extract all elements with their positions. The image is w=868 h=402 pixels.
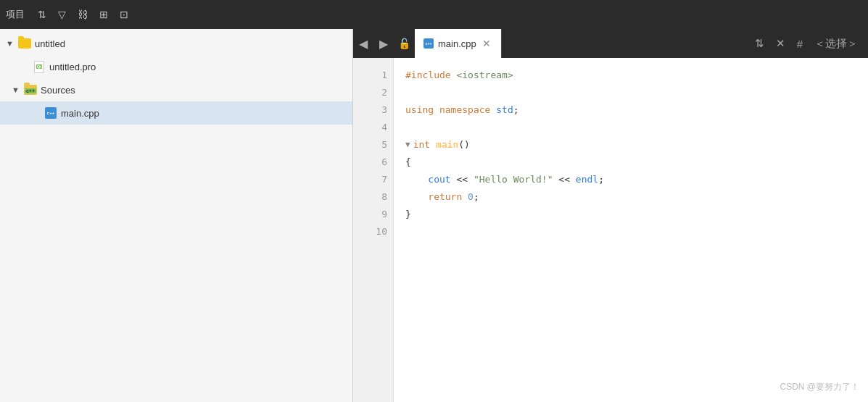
shift-op-2: << — [553, 171, 576, 188]
code-line-9: } — [405, 206, 856, 223]
close-brace: } — [405, 206, 411, 223]
sort-button[interactable]: ⇅ — [33, 7, 51, 22]
cpp-file-icon: c++ — [44, 106, 58, 120]
shift-op-1: << — [451, 171, 474, 188]
tab-actions: ⇅ ✕ # ＜选择＞ — [751, 35, 868, 52]
folder-qt-icon-sources: c++ — [23, 83, 38, 97]
code-line-3: using namespace std; — [405, 101, 856, 119]
cpp-tab-icon: c++ — [423, 38, 434, 49]
semicolon-3: ; — [513, 101, 519, 119]
fold-arrow-5[interactable]: ▼ — [405, 136, 410, 154]
using-keyword: using namespace — [405, 101, 496, 119]
code-line-5: ▼ int main() — [405, 136, 856, 154]
toolbar-project-label: 项目 — [6, 8, 25, 21]
add-button[interactable]: ⊞ — [95, 7, 112, 22]
indent-8 — [405, 188, 428, 206]
code-line-2 — [405, 84, 856, 101]
return-keyword: return — [428, 188, 468, 206]
main-toolbar: 项目 ⇅ ▽ ⛓ ⊞ ⊡ — [0, 0, 868, 29]
code-line-8: return 0; — [405, 188, 856, 206]
line-num-4: 4 — [381, 119, 387, 136]
tree-item-main-cpp[interactable]: c++ main.cpp — [0, 101, 352, 125]
tab-close-all-button[interactable]: ✕ — [772, 35, 790, 51]
tab-label-main-cpp: main.cpp — [438, 38, 476, 49]
grid-button[interactable]: ⊡ — [115, 7, 133, 22]
tab-prev-button[interactable]: ◀ — [353, 29, 373, 58]
lock-icon: 🔓 — [394, 36, 415, 51]
tab-select-button[interactable]: ＜选择＞ — [810, 35, 862, 52]
open-brace: { — [405, 154, 411, 171]
line-num-9: 9 — [381, 206, 387, 223]
main-area: ▼ untitled Qt untitled.pro ▼ — [0, 29, 868, 402]
include-keyword: #include — [405, 67, 456, 84]
code-line-6: { — [405, 154, 856, 171]
folder-icon-untitled — [17, 36, 32, 51]
tree-item-sources[interactable]: ▼ c++ Sources — [0, 78, 352, 101]
tab-sort-button[interactable]: ⇅ — [751, 35, 769, 51]
line-num-3: 3 — [381, 101, 387, 119]
link-button[interactable]: ⛓ — [73, 7, 92, 22]
semicolon-7: ; — [598, 171, 604, 188]
tab-main-cpp[interactable]: c++ main.cpp ✕ — [415, 29, 502, 58]
code-line-10 — [405, 223, 856, 240]
expand-arrow-sources: ▼ — [12, 85, 23, 94]
right-panel: ◀ ▶ 🔓 c++ main.cpp ✕ ⇅ ✕ # ＜选择＞ 1 2 — [353, 29, 868, 402]
filter-button[interactable]: ▽ — [54, 7, 70, 22]
line-num-10: 10 — [376, 223, 387, 240]
hello-world-string: "Hello World!" — [474, 171, 553, 188]
tree-label-untitled: untitled — [35, 38, 65, 49]
tree-item-untitled-pro[interactable]: Qt untitled.pro — [0, 55, 352, 78]
tree-label-main-cpp: main.cpp — [61, 108, 99, 119]
editor-area[interactable]: 1 2 3 4 5 6 7 8 9 10 #include <iostream> — [353, 58, 868, 402]
line-numbers: 1 2 3 4 5 6 7 8 9 10 — [353, 58, 394, 402]
endl-keyword: endl — [576, 171, 598, 188]
code-content[interactable]: #include <iostream> using namespace std;… — [394, 58, 868, 402]
main-function: main — [436, 136, 458, 154]
line-num-6: 6 — [381, 154, 387, 171]
line-num-2: 2 — [381, 84, 387, 101]
expand-arrow-untitled: ▼ — [6, 39, 17, 48]
tree-label-sources: Sources — [41, 85, 75, 96]
file-tree: ▼ untitled Qt untitled.pro ▼ — [0, 29, 352, 402]
iostream-header: <iostream> — [456, 67, 513, 84]
std-keyword: std — [496, 101, 513, 119]
indent-7 — [405, 171, 428, 188]
tree-label-untitled-pro: untitled.pro — [49, 62, 96, 72]
tree-item-untitled[interactable]: ▼ untitled — [0, 32, 352, 55]
tab-hash-button[interactable]: # — [793, 36, 807, 51]
left-panel: ▼ untitled Qt untitled.pro ▼ — [0, 29, 353, 402]
tab-close-button[interactable]: ✕ — [481, 38, 492, 49]
tab-bar: ◀ ▶ 🔓 c++ main.cpp ✕ ⇅ ✕ # ＜选择＞ — [353, 29, 868, 58]
code-line-7: cout << "Hello World!" << endl; — [405, 171, 856, 188]
cout-keyword: cout — [428, 171, 450, 188]
int-keyword: int — [413, 136, 436, 154]
pro-file-icon: Qt — [32, 59, 46, 74]
code-line-4 — [405, 119, 856, 136]
zero-value: 0 — [468, 188, 474, 206]
line-num-8: 8 — [381, 188, 387, 206]
line-num-5: 5 — [381, 136, 387, 154]
line-num-1: 1 — [381, 67, 387, 84]
tab-next-button[interactable]: ▶ — [373, 29, 394, 58]
parens-main: () — [458, 136, 470, 154]
semicolon-8: ; — [474, 188, 479, 206]
code-line-1: #include <iostream> — [405, 67, 856, 84]
line-num-7: 7 — [381, 171, 387, 188]
